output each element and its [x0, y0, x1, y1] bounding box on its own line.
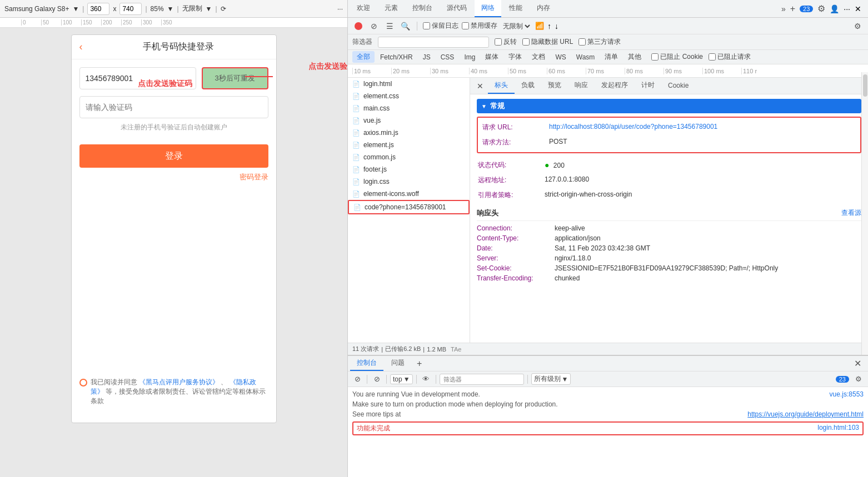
type-other[interactable]: 其他	[623, 51, 646, 63]
deployment-link[interactable]: https://vuejs.org/guide/deployment.html	[747, 410, 864, 418]
type-doc[interactable]: 文档	[527, 51, 550, 63]
tab-elements[interactable]: 元素	[378, 0, 405, 17]
detail-tab-headers[interactable]: 标头	[488, 78, 515, 94]
tab-more-icon[interactable]: »	[781, 4, 786, 13]
browser-more-icon[interactable]: ···	[337, 5, 343, 13]
tab-welcome[interactable]: 欢迎	[350, 0, 377, 17]
type-manifest[interactable]: 清单	[600, 51, 622, 63]
detail-tab-initiator[interactable]: 发起程序	[595, 78, 635, 94]
blocked-request-check[interactable]	[709, 53, 716, 61]
tab-add-icon[interactable]: +	[790, 4, 795, 14]
network-settings-icon[interactable]: ⚙	[851, 20, 864, 32]
hide-data-url-label[interactable]: 隐藏数据 URL	[522, 37, 573, 47]
file-item-7[interactable]: 📄 footer.js	[348, 163, 470, 175]
agreement-radio[interactable]	[79, 379, 87, 386]
limit-dropdown[interactable]: ▼	[206, 5, 212, 13]
tab-performance[interactable]: 性能	[502, 0, 529, 17]
detail-tab-response[interactable]: 响应	[568, 78, 595, 94]
third-party-check-label[interactable]: 第三方请求	[578, 37, 621, 47]
blocked-cookie-label[interactable]: 已阻止 Cookie	[651, 52, 703, 62]
clear-button[interactable]: ⊘	[368, 20, 380, 32]
rotate-icon[interactable]: ⟳	[221, 5, 226, 13]
console-filter-input[interactable]	[440, 374, 524, 385]
zoom-dropdown[interactable]: ▼	[167, 5, 174, 13]
send-code-button[interactable]: 3秒后可重发	[202, 67, 268, 89]
throttle-select[interactable]: 无限制	[501, 22, 532, 31]
height-input[interactable]	[119, 3, 142, 15]
back-icon[interactable]: ‹	[79, 41, 83, 53]
filter-input[interactable]	[378, 37, 489, 48]
console-tab-issues[interactable]: 问题	[385, 356, 411, 371]
devtools-close-icon[interactable]: ✕	[855, 4, 861, 13]
width-input[interactable]	[87, 3, 109, 15]
tab-network[interactable]: 网络	[475, 0, 501, 17]
tab-console[interactable]: 控制台	[406, 0, 439, 17]
file-item-4[interactable]: 📄 axios.min.js	[348, 127, 470, 139]
type-all[interactable]: 全部	[352, 51, 375, 63]
login-button[interactable]: 登录	[79, 144, 268, 168]
type-img[interactable]: Img	[460, 52, 480, 62]
file-icon-10: 📄	[353, 204, 361, 211]
console-eye-btn[interactable]: 👁	[420, 373, 432, 385]
device-dropdown-icon[interactable]: ▼	[72, 5, 79, 13]
console-close-icon[interactable]: ✕	[850, 356, 866, 371]
console-clear-btn[interactable]: ⊘	[351, 373, 363, 385]
tab-sources[interactable]: 源代码	[440, 0, 473, 17]
file-item-9[interactable]: 📄 element-icons.woff	[348, 188, 470, 200]
settings-icon[interactable]: ⚙	[817, 3, 825, 14]
type-js[interactable]: JS	[418, 52, 435, 62]
console-block-btn[interactable]: ⊘	[371, 373, 383, 385]
disable-cache-check[interactable]	[462, 22, 469, 29]
reverse-check-label[interactable]: 反转	[495, 37, 517, 47]
blocked-cookie-check[interactable]	[651, 53, 659, 61]
file-item-5[interactable]: 📄 element.js	[348, 139, 470, 151]
hide-data-url-check[interactable]	[522, 38, 530, 46]
vue-source-link-0[interactable]: vue.js:8553	[830, 390, 864, 398]
phone-input[interactable]	[79, 67, 196, 89]
detail-close-icon[interactable]: ✕	[472, 78, 488, 94]
search-button[interactable]: 🔍	[399, 20, 411, 32]
console-add-icon[interactable]: +	[412, 356, 426, 371]
filter-button[interactable]: ☰	[383, 20, 396, 32]
file-item-2[interactable]: 📄 main.css	[348, 102, 470, 114]
verify-input[interactable]	[79, 96, 268, 118]
type-font[interactable]: 字体	[504, 51, 526, 63]
tab-memory[interactable]: 内存	[530, 0, 557, 17]
file-item-1[interactable]: 📄 element.css	[348, 90, 470, 102]
console-top-select[interactable]: top ▼	[390, 374, 413, 384]
type-fetch[interactable]: Fetch/XHR	[376, 52, 417, 62]
password-login-link[interactable]: 密码登录	[79, 172, 268, 182]
record-button[interactable]	[352, 20, 365, 32]
type-ws[interactable]: WS	[551, 52, 570, 62]
file-item-10[interactable]: 📄 code?phone=13456789001	[348, 200, 470, 214]
detail-tab-cookie[interactable]: Cookie	[661, 78, 695, 94]
console-panel: 控制台 问题 + ✕ ⊘ ⊘ top ▼ 👁	[348, 355, 868, 477]
console-level-select[interactable]: 所有级别 ▼	[531, 373, 571, 385]
detail-tab-timing[interactable]: 计时	[635, 78, 661, 94]
disable-cache-label[interactable]: 禁用缓存	[462, 21, 497, 31]
scrollbar-thumb[interactable]	[863, 78, 867, 97]
console-error-line: 功能未完成 login.html:103	[352, 421, 864, 435]
third-party-checkbox[interactable]	[578, 38, 586, 46]
devtools-more-icon[interactable]: ···	[844, 4, 850, 13]
type-wasm[interactable]: Wasm	[572, 52, 600, 62]
console-tab-console[interactable]: 控制台	[350, 356, 383, 371]
preserve-log-check[interactable]	[423, 22, 430, 29]
detail-scrollbar[interactable]	[861, 78, 868, 343]
type-css[interactable]: CSS	[436, 52, 459, 62]
console-settings-btn[interactable]: ⚙	[852, 373, 865, 385]
detail-tab-payload[interactable]: 负载	[515, 78, 541, 94]
reverse-checkbox[interactable]	[495, 38, 502, 46]
user-icon[interactable]: 👤	[830, 4, 839, 13]
file-icon-6: 📄	[352, 154, 360, 161]
file-item-8[interactable]: 📄 login.css	[348, 175, 470, 188]
file-item-6[interactable]: 📄 common.js	[348, 151, 470, 163]
file-item-3[interactable]: 📄 vue.js	[348, 114, 470, 127]
blocked-request-label[interactable]: 已阻止请求	[709, 52, 751, 62]
general-section-header[interactable]: ▼ 常规	[477, 99, 861, 113]
type-media[interactable]: 媒体	[481, 51, 503, 63]
detail-tab-preview[interactable]: 预览	[541, 78, 568, 94]
preserve-log-label[interactable]: 保留日志	[423, 21, 458, 31]
login-source-link[interactable]: login.html:103	[817, 424, 859, 433]
file-item-0[interactable]: 📄 login.html	[348, 78, 470, 90]
